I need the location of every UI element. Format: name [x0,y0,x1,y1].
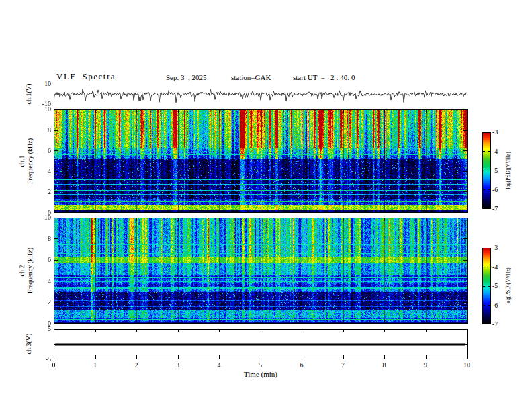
start-ut-label: start UT = 2 : 40: 0 [293,73,355,81]
colorbar-tick-label: -7 [492,205,510,212]
ch2-spectrogram-ytick-label: 2 [27,298,51,306]
ch3-volt-ytick-label: 5 [27,325,51,332]
ch1-spectrogram-ytick-label: 10 [27,105,51,113]
ch1-frequency-axis-label: ch.1 Frequency (kHz) [18,109,36,213]
colorbar-tick-label: -6 [492,186,510,193]
ch2-frequency-axis-label: ch.2 Frequency (kHz) [18,218,36,324]
axis-label-line: Frequency (kHz) [26,218,34,324]
colorbar-tick-label: -4 [492,148,510,155]
time-tick-label: 6 [292,361,312,369]
time-tick-label: 10 [457,361,477,369]
axis-label-line: Frequency (kHz) [26,109,34,213]
ch2-spectrogram-ytick-label: 6 [27,256,51,263]
colorbar-tick-label: -4 [492,263,510,271]
colorbar-tick-label: -3 [492,244,510,251]
colorbar-tick-label: -3 [492,128,510,136]
axis-label-line: ch.1 [18,109,26,213]
ch1-spectrogram-ytick-label: 6 [27,147,51,154]
ch3-waveform-plot [54,329,468,359]
plot-date: Sep. 3 , 2025 [166,73,207,81]
ch1-spectrogram-ytick-label: 8 [27,126,51,134]
colorbar-tick-label: -5 [492,282,510,289]
ch1-spectrogram-ytick-label: 2 [27,188,51,195]
time-tick-label: 7 [333,361,353,369]
colorbar-tick-label: -6 [492,302,510,309]
ch1-spectrogram [54,109,468,213]
colorbar-ch1 [482,132,491,209]
ch2-spectrogram-ytick-label: 10 [27,214,51,221]
ch2-spectrogram [54,218,468,324]
time-tick-label: 8 [374,361,394,369]
ch1-volt-ytick-label: 10 [27,80,51,87]
ch1-waveform-plot [54,84,468,104]
axis-label-line: ch.2 [18,218,26,324]
station-label: station=GAK [231,73,271,81]
time-axis-label: Time (min) [227,370,294,378]
ch1-spectrogram-ytick-label: 4 [27,167,51,175]
ch2-spectrogram-ytick-label: 8 [27,235,51,242]
colorbar-tick-label: -7 [492,320,510,328]
time-tick-label: 2 [126,361,146,369]
plot-title: VLF Spectra [56,71,116,82]
colorbar-ch2 [482,248,491,324]
time-tick-label: 0 [44,361,64,369]
time-tick-label: 4 [209,361,229,369]
vlf-spectra-plot: VLF Spectra Sep. 3 , 2025 station=GAK st… [0,0,532,411]
colorbar-tick-label: -5 [492,167,510,174]
time-tick-label: 1 [85,361,105,369]
ch2-spectrogram-ytick-label: 4 [27,277,51,285]
time-tick-label: 9 [416,361,436,369]
time-tick-label: 3 [168,361,188,369]
time-tick-label: 5 [251,361,271,369]
